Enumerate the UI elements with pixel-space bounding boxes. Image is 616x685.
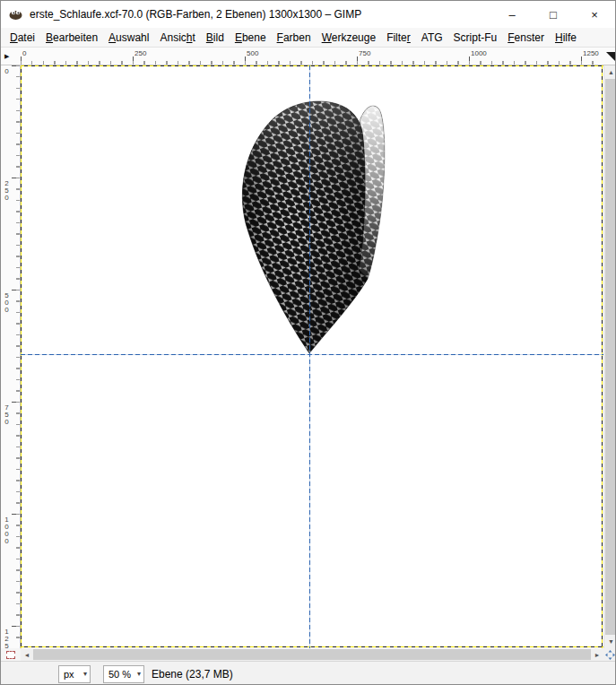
layer-boundary-right [602, 65, 603, 648]
horizontal-guide[interactable] [21, 354, 603, 355]
layer-boundary-top [21, 65, 603, 66]
menu-datei[interactable]: Datei [4, 29, 40, 47]
horizontal-scrollbar[interactable]: ◄ ► [21, 648, 603, 661]
quickmask-corner[interactable] [1, 648, 21, 661]
menu-atg[interactable]: ATG [416, 29, 448, 47]
scroll-left-icon[interactable]: ◄ [21, 648, 33, 661]
gimp-logo-icon [9, 9, 22, 20]
menu-hilfe[interactable]: Hilfe [550, 29, 582, 47]
horizontal-ruler[interactable]: 0 250 500 750 1000 1250 [21, 48, 603, 65]
h-ruler-label: 250 [134, 49, 146, 57]
menu-ebene[interactable]: Ebene [230, 29, 272, 47]
menu-ansicht[interactable]: Ansicht [154, 29, 200, 47]
h-ruler-label: 500 [247, 49, 258, 57]
menu-farben[interactable]: Farben [272, 29, 317, 47]
zoom-value: 50 % [108, 669, 131, 680]
status-bar: px ▾ 50 % ▾ Ebene (23,7 MB) [1, 661, 615, 685]
close-button[interactable]: × [574, 1, 615, 28]
corner-triangle-icon [606, 52, 615, 61]
ruler-origin-corner[interactable]: ▶ [1, 48, 21, 65]
layer-boundary-bottom [21, 646, 603, 647]
title-bar[interactable]: erste_Schlaufe.xcf-70.0 (RGB-Farben, 2 E… [1, 1, 615, 28]
vertical-scrollbar[interactable]: ▲ ▼ [603, 65, 616, 648]
maximize-button[interactable]: □ [533, 1, 574, 28]
menu-script-fu[interactable]: Script-Fu [448, 29, 503, 47]
navigation-corner[interactable] [603, 648, 616, 661]
v-ruler-label: 500 [3, 291, 11, 313]
v-ruler-label: 750 [3, 403, 11, 425]
quickmask-toggle-icon [6, 651, 15, 659]
h-ruler-label: 1000 [471, 49, 487, 57]
menu-bearbeiten[interactable]: Bearbeiten [40, 29, 103, 47]
window-title: erste_Schlaufe.xcf-70.0 (RGB-Farben, 2 E… [30, 8, 361, 21]
h-ruler-label: 750 [359, 49, 370, 57]
v-ruler-label: 1000 [3, 516, 11, 544]
scroll-up-icon[interactable]: ▲ [604, 65, 616, 79]
menu-auswahl[interactable]: Auswahl [103, 29, 154, 47]
chevron-down-icon: ▾ [137, 670, 141, 678]
scroll-right-icon[interactable]: ► [591, 648, 603, 661]
navigation-cross-icon [605, 650, 615, 660]
status-message: Ebene (23,7 MB) [152, 668, 233, 681]
unit-select[interactable]: px ▾ [58, 665, 91, 683]
chevron-down-icon: ▾ [83, 670, 87, 678]
menu-bar: Datei Bearbeiten Auswahl Ansicht Bild Eb… [1, 28, 615, 48]
tie-artwork [21, 65, 603, 648]
v-ruler-label: 250 [3, 179, 11, 201]
unit-value: px [64, 669, 74, 680]
ruler-marker-icon: ▶ [4, 53, 9, 60]
v-ruler-label: 1250 [3, 628, 11, 648]
minimize-button[interactable]: – [491, 1, 533, 28]
menu-werkzeuge[interactable]: Werkzeuge [317, 29, 381, 47]
horizontal-scrollbar-thumb[interactable] [33, 649, 591, 660]
vertical-guide[interactable] [309, 65, 310, 648]
layer-boundary-left [21, 65, 22, 648]
zoom-select[interactable]: 50 % ▾ [103, 665, 144, 683]
ruler-scrollbar-corner[interactable] [603, 48, 616, 65]
gimp-window: erste_Schlaufe.xcf-70.0 (RGB-Farben, 2 E… [0, 0, 616, 685]
window-controls: – □ × [491, 1, 615, 28]
h-ruler-label: 1250 [583, 49, 599, 57]
menu-filter[interactable]: Filter [381, 29, 416, 47]
v-ruler-label: 0 [3, 67, 11, 74]
h-ruler-label: 0 [22, 49, 26, 57]
image-canvas[interactable] [21, 65, 603, 648]
vertical-ruler[interactable]: 0 250 500 750 1000 1250 [1, 65, 21, 648]
menu-bild[interactable]: Bild [201, 29, 230, 47]
menu-fenster[interactable]: Fenster [502, 29, 550, 47]
vertical-scrollbar-thumb[interactable] [605, 79, 616, 635]
scroll-down-icon[interactable]: ▼ [604, 635, 616, 648]
